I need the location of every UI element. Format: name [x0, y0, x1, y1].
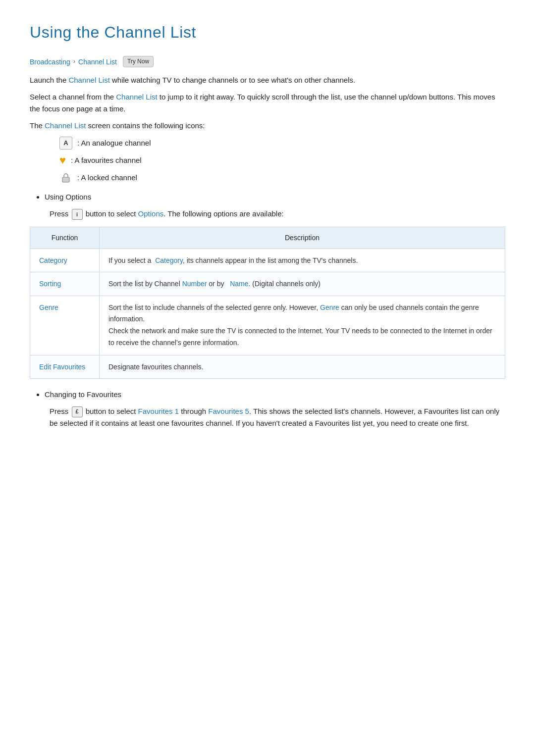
svg-rect-0 [62, 177, 69, 182]
intro-paragraph-1: Launch the Channel List while watching T… [30, 74, 505, 86]
changing-to-favourites-item: Changing to Favourites [45, 389, 505, 401]
edit-favourites-link[interactable]: Edit Favourites [39, 363, 85, 371]
table-cell-category-description: If you select a Category, its channels a… [100, 249, 505, 272]
using-options-label: Using Options [45, 193, 91, 201]
table-row: Edit Favourites Designate favourites cha… [30, 355, 505, 378]
table-cell-editfav-function: Edit Favourites [30, 355, 100, 378]
table-header-function: Function [30, 227, 100, 249]
try-now-badge[interactable]: Try Now [123, 56, 154, 67]
fav-press-line: Press £ button to select Favourites 1 th… [50, 405, 505, 429]
options-table: Function Description Category If you sel… [30, 227, 505, 379]
changing-to-favourites-label: Changing to Favourites [45, 390, 121, 399]
name-link[interactable]: Name [230, 280, 248, 288]
table-cell-category-function: Category [30, 249, 100, 272]
intro-paragraph-2: Select a channel from the Channel List t… [30, 91, 505, 115]
icon-item-analogue: A : An analogue channel [59, 137, 505, 150]
options-press-line: Press i button to select Options. The fo… [50, 208, 505, 220]
analogue-icon: A [59, 137, 72, 150]
favourites-5-link[interactable]: Favourites 5 [208, 407, 249, 415]
pound-button: £ [72, 406, 83, 417]
table-row: Genre Sort the list to include channels … [30, 296, 505, 355]
i-button: i [72, 209, 83, 220]
channel-list-link-3[interactable]: Channel List [45, 121, 86, 130]
icon-item-favourites: ♥ : A favourites channel [59, 154, 505, 166]
sorting-function-link[interactable]: Sorting [39, 280, 61, 288]
genre-desc-link[interactable]: Genre [320, 303, 339, 311]
table-row: Category If you select a Category, its c… [30, 249, 505, 272]
locked-icon-label: : A locked channel [77, 172, 137, 184]
table-cell-genre-description: Sort the list to include channels of the… [100, 296, 505, 355]
table-cell-genre-function: Genre [30, 296, 100, 355]
icon-item-locked: : A locked channel [59, 171, 505, 184]
table-cell-sorting-function: Sorting [30, 272, 100, 296]
breadcrumb-channel-list[interactable]: Channel List [78, 56, 117, 67]
category-function-link[interactable]: Category [39, 256, 67, 264]
bullet-list: Using Options [45, 191, 505, 203]
table-cell-sorting-description: Sort the list by Channel Number or by Na… [100, 272, 505, 296]
heart-icon: ♥ [59, 155, 66, 166]
table-cell-editfav-description: Designate favourites channels. [100, 355, 505, 378]
icons-list: A : An analogue channel ♥ : A favourites… [59, 137, 505, 184]
using-options-item: Using Options [45, 191, 505, 203]
favourites-icon-label: : A favourites channel [71, 154, 142, 166]
changing-to-favourites-list: Changing to Favourites [45, 389, 505, 401]
number-link[interactable]: Number [182, 280, 207, 288]
table-row: Sorting Sort the list by Channel Number … [30, 272, 505, 296]
page-title: Using the Channel List [30, 20, 505, 45]
channel-list-link-2[interactable]: Channel List [116, 93, 157, 101]
breadcrumb-chevron: › [73, 56, 75, 67]
genre-function-link[interactable]: Genre [39, 303, 58, 311]
analogue-icon-label: : An analogue channel [77, 137, 151, 149]
category-desc-link[interactable]: Category [155, 256, 183, 264]
options-link[interactable]: Options [138, 209, 164, 218]
favourites-1-link[interactable]: Favourites 1 [138, 407, 179, 415]
icons-intro: The Channel List screen contains the fol… [30, 120, 505, 132]
lock-icon [59, 171, 72, 184]
breadcrumb-broadcasting[interactable]: Broadcasting [30, 56, 70, 67]
breadcrumb: Broadcasting › Channel List Try Now [30, 56, 505, 67]
table-header-description: Description [100, 227, 505, 249]
channel-list-link-1[interactable]: Channel List [68, 76, 109, 84]
